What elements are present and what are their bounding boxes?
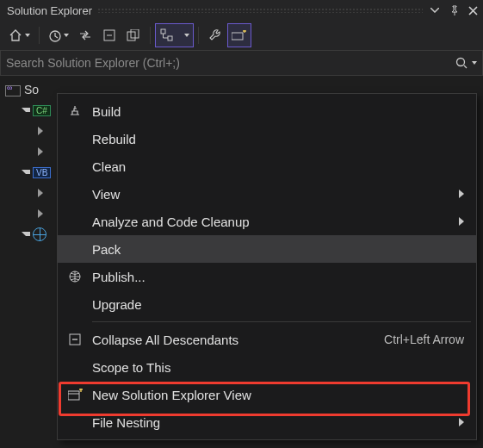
svg-rect-4 bbox=[161, 29, 165, 34]
context-menu-label: Analyze and Code Cleanup bbox=[92, 215, 452, 229]
solution-icon bbox=[5, 83, 21, 96]
context-menu-label: Collapse All Descendants bbox=[92, 333, 374, 347]
panel-header: Solution Explorer bbox=[0, 0, 483, 21]
context-menu-shortcut: Ctrl+Left Arrow bbox=[374, 333, 464, 346]
context-menu-label: Publish... bbox=[92, 270, 464, 284]
history-icon bbox=[48, 29, 61, 42]
context-menu-item[interactable]: Collapse All DescendantsCtrl+Left Arrow bbox=[58, 326, 476, 353]
context-menu-item[interactable]: Clean bbox=[58, 152, 476, 180]
context-menu-item[interactable]: Upgrade bbox=[58, 290, 476, 318]
context-menu-label: Rebuild bbox=[92, 132, 464, 146]
context-menu-item[interactable]: New Solution Explorer View bbox=[58, 381, 476, 408]
search-box[interactable] bbox=[0, 50, 483, 76]
context-menu-label: Pack bbox=[92, 242, 464, 257]
context-menu-label: File Nesting bbox=[92, 415, 452, 430]
toolbar-properties-button[interactable] bbox=[204, 24, 226, 47]
toolbar bbox=[0, 21, 483, 50]
context-menu-label: Upgrade bbox=[92, 297, 464, 312]
toolbar-view-mode-button[interactable] bbox=[156, 24, 178, 47]
toolbar-show-all-button[interactable] bbox=[122, 24, 145, 47]
context-menu-item[interactable]: Pack bbox=[58, 235, 476, 263]
toolbar-home-split-button[interactable] bbox=[5, 24, 34, 47]
context-menu-label: Clean bbox=[92, 159, 464, 174]
toolbar-sync-button[interactable] bbox=[74, 24, 96, 47]
context-menu-item[interactable]: Scope to This bbox=[58, 353, 476, 381]
files-icon bbox=[127, 29, 140, 41]
context-menu-item[interactable]: Analyze and Code Cleanup bbox=[58, 208, 476, 235]
context-menu-label: New Solution Explorer View bbox=[92, 388, 464, 402]
toolbar-separator bbox=[150, 27, 151, 44]
new-view-icon bbox=[58, 389, 92, 401]
build-icon bbox=[58, 104, 92, 118]
panel-drag-dots[interactable] bbox=[97, 8, 423, 13]
close-icon[interactable] bbox=[466, 3, 480, 17]
caret-closed-icon[interactable] bbox=[36, 127, 45, 135]
svg-rect-6 bbox=[232, 33, 243, 40]
svg-rect-5 bbox=[168, 36, 172, 40]
pin-icon[interactable] bbox=[447, 3, 461, 17]
context-menu-separator bbox=[92, 321, 471, 322]
svg-rect-10 bbox=[68, 391, 79, 400]
context-menu: BuildRebuildCleanViewAnalyze and Code Cl… bbox=[57, 93, 477, 440]
toolbar-view-mode-group bbox=[156, 24, 193, 47]
svg-point-7 bbox=[457, 59, 465, 66]
caret-closed-icon[interactable] bbox=[36, 209, 45, 218]
caret-open-icon[interactable] bbox=[21, 168, 29, 177]
context-menu-item[interactable]: View bbox=[58, 180, 476, 208]
preview-icon bbox=[232, 30, 247, 40]
publish-icon bbox=[58, 270, 92, 283]
context-menu-label: Build bbox=[92, 104, 464, 119]
web-project-icon bbox=[33, 227, 46, 241]
context-menu-item[interactable]: Build bbox=[58, 97, 476, 125]
toolbar-separator bbox=[39, 27, 40, 44]
collapse-icon bbox=[103, 29, 115, 41]
sync-icon bbox=[78, 30, 92, 40]
caret-open-icon[interactable] bbox=[21, 106, 29, 115]
search-icon[interactable] bbox=[455, 57, 477, 69]
toolbar-collapse-button[interactable] bbox=[98, 24, 121, 47]
toolbar-history-button[interactable] bbox=[45, 24, 72, 47]
panel-menu-dropdown-icon[interactable] bbox=[428, 3, 442, 17]
context-menu-item[interactable]: Publish... bbox=[58, 263, 476, 290]
collapse-icon bbox=[58, 333, 92, 346]
context-menu-label: View bbox=[92, 187, 452, 202]
panel-title: Solution Explorer bbox=[7, 4, 92, 17]
caret-closed-icon[interactable] bbox=[36, 147, 45, 156]
context-menu-label: Scope to This bbox=[92, 360, 464, 375]
toolbar-preview-button[interactable] bbox=[228, 24, 251, 47]
context-menu-item[interactable]: Rebuild bbox=[58, 125, 476, 152]
vb-project-icon: VB bbox=[33, 167, 51, 178]
caret-open-icon[interactable] bbox=[21, 230, 29, 239]
toolbar-view-mode-dropdown[interactable] bbox=[178, 24, 193, 47]
caret-closed-icon[interactable] bbox=[36, 189, 45, 197]
context-menu-item[interactable]: File Nesting bbox=[58, 408, 476, 436]
hierarchy-icon bbox=[160, 28, 174, 42]
tree-solution-label: So bbox=[24, 83, 39, 96]
wrench-icon bbox=[208, 28, 222, 42]
search-input[interactable] bbox=[6, 56, 455, 70]
csharp-project-icon: C# bbox=[33, 105, 51, 116]
home-icon bbox=[9, 28, 22, 42]
toolbar-separator bbox=[198, 27, 199, 44]
